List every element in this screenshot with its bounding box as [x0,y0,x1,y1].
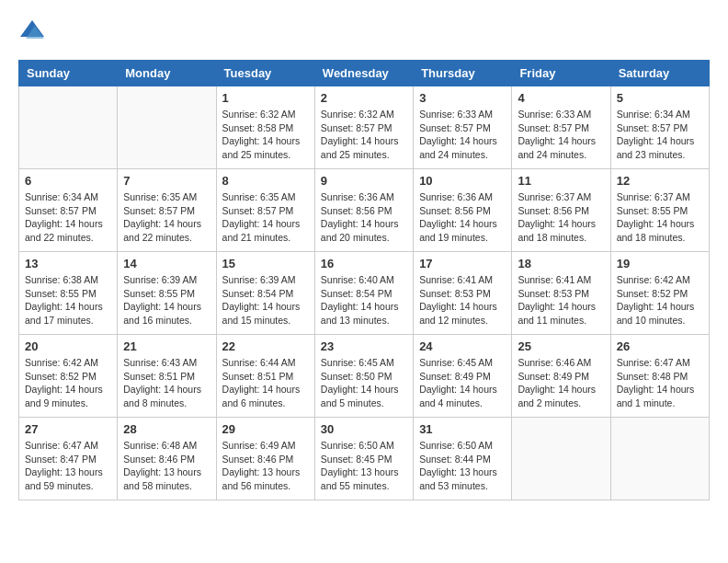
day-number: 1 [222,91,309,105]
calendar-cell: 25Sunrise: 6:46 AM Sunset: 8:49 PM Dayli… [512,335,610,418]
day-info: Sunrise: 6:46 AM Sunset: 8:49 PM Dayligh… [518,356,604,410]
day-info: Sunrise: 6:47 AM Sunset: 8:47 PM Dayligh… [25,439,111,493]
day-info: Sunrise: 6:45 AM Sunset: 8:49 PM Dayligh… [419,356,506,410]
day-info: Sunrise: 6:37 AM Sunset: 8:55 PM Dayligh… [617,190,703,245]
day-number: 23 [321,339,407,353]
day-number: 24 [419,339,506,353]
day-number: 15 [222,257,309,270]
logo [18,18,50,46]
day-number: 30 [321,422,407,436]
day-info: Sunrise: 6:47 AM Sunset: 8:48 PM Dayligh… [617,356,703,410]
day-number: 17 [419,257,506,270]
day-info: Sunrise: 6:49 AM Sunset: 8:46 PM Dayligh… [222,439,309,493]
day-info: Sunrise: 6:42 AM Sunset: 8:52 PM Dayligh… [617,273,703,327]
calendar-cell: 19Sunrise: 6:42 AM Sunset: 8:52 PM Dayli… [610,252,709,335]
calendar-cell: 2Sunrise: 6:32 AM Sunset: 8:57 PM Daylig… [314,86,413,169]
day-info: Sunrise: 6:39 AM Sunset: 8:54 PM Dayligh… [222,273,309,327]
day-number: 8 [222,174,309,188]
day-number: 21 [123,339,210,353]
calendar-week-3: 13Sunrise: 6:38 AM Sunset: 8:55 PM Dayli… [19,252,710,335]
calendar-cell: 12Sunrise: 6:37 AM Sunset: 8:55 PM Dayli… [610,169,709,252]
day-number: 19 [617,257,703,270]
calendar-cell: 13Sunrise: 6:38 AM Sunset: 8:55 PM Dayli… [19,252,118,335]
calendar-cell: 9Sunrise: 6:36 AM Sunset: 8:56 PM Daylig… [314,169,413,252]
day-number: 25 [518,339,604,353]
page-header [18,18,710,46]
day-number: 3 [419,91,506,105]
calendar-cell: 10Sunrise: 6:36 AM Sunset: 8:56 PM Dayli… [414,169,512,252]
calendar-cell: 20Sunrise: 6:42 AM Sunset: 8:52 PM Dayli… [19,335,118,418]
calendar-cell: 23Sunrise: 6:45 AM Sunset: 8:50 PM Dayli… [314,335,413,418]
calendar-cell: 30Sunrise: 6:50 AM Sunset: 8:45 PM Dayli… [314,418,413,500]
calendar-cell: 3Sunrise: 6:33 AM Sunset: 8:57 PM Daylig… [414,86,512,169]
day-info: Sunrise: 6:35 AM Sunset: 8:57 PM Dayligh… [123,190,210,245]
day-info: Sunrise: 6:43 AM Sunset: 8:51 PM Dayligh… [123,356,210,410]
calendar-cell: 8Sunrise: 6:35 AM Sunset: 8:57 PM Daylig… [216,169,314,252]
calendar-cell: 29Sunrise: 6:49 AM Sunset: 8:46 PM Dayli… [216,418,314,500]
calendar-header-friday: Friday [512,61,610,86]
day-number: 27 [25,422,111,436]
day-info: Sunrise: 6:34 AM Sunset: 8:57 PM Dayligh… [617,108,703,162]
day-info: Sunrise: 6:48 AM Sunset: 8:46 PM Dayligh… [123,439,210,493]
day-number: 31 [419,422,506,436]
day-info: Sunrise: 6:39 AM Sunset: 8:55 PM Dayligh… [123,273,210,327]
day-info: Sunrise: 6:40 AM Sunset: 8:54 PM Dayligh… [321,273,407,327]
calendar-week-4: 20Sunrise: 6:42 AM Sunset: 8:52 PM Dayli… [19,335,710,418]
calendar-cell: 4Sunrise: 6:33 AM Sunset: 8:57 PM Daylig… [512,86,610,169]
calendar-cell: 22Sunrise: 6:44 AM Sunset: 8:51 PM Dayli… [216,335,314,418]
calendar-cell [19,86,118,169]
day-info: Sunrise: 6:50 AM Sunset: 8:45 PM Dayligh… [321,439,407,493]
day-info: Sunrise: 6:42 AM Sunset: 8:52 PM Dayligh… [25,356,111,410]
day-number: 10 [419,174,506,188]
calendar-cell: 6Sunrise: 6:34 AM Sunset: 8:57 PM Daylig… [19,169,118,252]
calendar-cell: 14Sunrise: 6:39 AM Sunset: 8:55 PM Dayli… [118,252,216,335]
calendar-cell [512,418,610,500]
day-number: 20 [25,339,111,353]
calendar-header-sunday: Sunday [19,61,118,86]
calendar-cell: 24Sunrise: 6:45 AM Sunset: 8:49 PM Dayli… [414,335,512,418]
calendar-cell: 26Sunrise: 6:47 AM Sunset: 8:48 PM Dayli… [610,335,709,418]
logo-icon [18,18,46,46]
day-number: 28 [123,422,210,436]
day-info: Sunrise: 6:32 AM Sunset: 8:58 PM Dayligh… [222,108,309,162]
day-number: 29 [222,422,309,436]
day-info: Sunrise: 6:35 AM Sunset: 8:57 PM Dayligh… [222,190,309,245]
day-number: 16 [321,257,407,270]
calendar-header-row: SundayMondayTuesdayWednesdayThursdayFrid… [19,61,710,86]
day-info: Sunrise: 6:50 AM Sunset: 8:44 PM Dayligh… [419,439,506,493]
day-info: Sunrise: 6:33 AM Sunset: 8:57 PM Dayligh… [419,108,506,162]
day-number: 22 [222,339,309,353]
day-info: Sunrise: 6:41 AM Sunset: 8:53 PM Dayligh… [518,273,604,327]
calendar-week-1: 1Sunrise: 6:32 AM Sunset: 8:58 PM Daylig… [19,86,710,169]
day-info: Sunrise: 6:37 AM Sunset: 8:56 PM Dayligh… [518,190,604,245]
day-number: 9 [321,174,407,188]
calendar-cell: 7Sunrise: 6:35 AM Sunset: 8:57 PM Daylig… [118,169,216,252]
day-number: 12 [617,174,703,188]
calendar-cell [610,418,709,500]
day-number: 14 [123,257,210,270]
day-info: Sunrise: 6:36 AM Sunset: 8:56 PM Dayligh… [419,190,506,245]
day-number: 13 [25,257,111,270]
day-info: Sunrise: 6:44 AM Sunset: 8:51 PM Dayligh… [222,356,309,410]
calendar-cell [118,86,216,169]
day-info: Sunrise: 6:41 AM Sunset: 8:53 PM Dayligh… [419,273,506,327]
day-number: 11 [518,174,604,188]
calendar-cell: 15Sunrise: 6:39 AM Sunset: 8:54 PM Dayli… [216,252,314,335]
calendar-cell: 5Sunrise: 6:34 AM Sunset: 8:57 PM Daylig… [610,86,709,169]
day-number: 26 [617,339,703,353]
calendar-week-2: 6Sunrise: 6:34 AM Sunset: 8:57 PM Daylig… [19,169,710,252]
day-info: Sunrise: 6:32 AM Sunset: 8:57 PM Dayligh… [321,108,407,162]
calendar-cell: 27Sunrise: 6:47 AM Sunset: 8:47 PM Dayli… [19,418,118,500]
day-number: 2 [321,91,407,105]
calendar-cell: 1Sunrise: 6:32 AM Sunset: 8:58 PM Daylig… [216,86,314,169]
day-info: Sunrise: 6:38 AM Sunset: 8:55 PM Dayligh… [25,273,111,327]
calendar-cell: 16Sunrise: 6:40 AM Sunset: 8:54 PM Dayli… [314,252,413,335]
calendar-table: SundayMondayTuesdayWednesdayThursdayFrid… [18,60,710,500]
calendar-header-monday: Monday [118,61,216,86]
day-info: Sunrise: 6:36 AM Sunset: 8:56 PM Dayligh… [321,190,407,245]
day-info: Sunrise: 6:45 AM Sunset: 8:50 PM Dayligh… [321,356,407,410]
day-number: 4 [518,91,604,105]
day-number: 5 [617,91,703,105]
day-number: 18 [518,257,604,270]
calendar-cell: 28Sunrise: 6:48 AM Sunset: 8:46 PM Dayli… [118,418,216,500]
